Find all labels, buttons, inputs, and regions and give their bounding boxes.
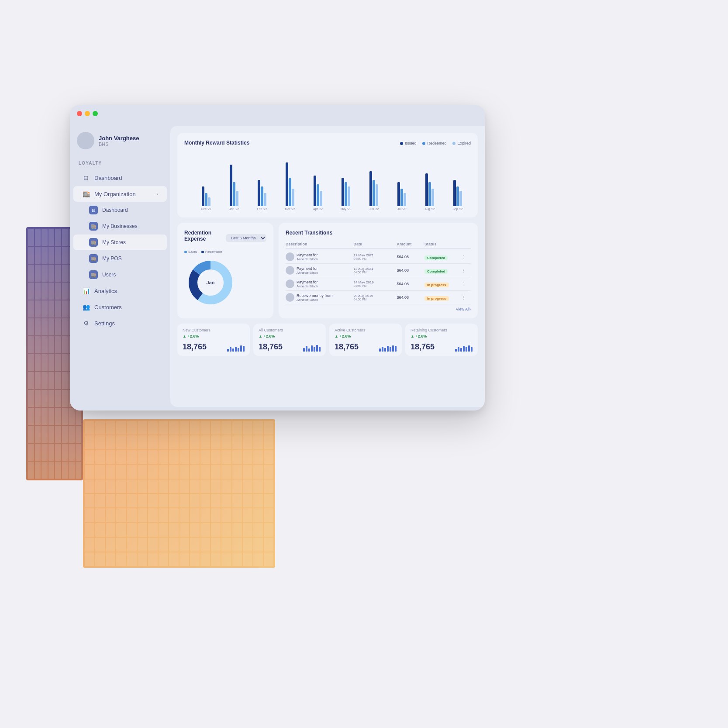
bg-grid-orange: const orangeGrid = document.querySelecto… (83, 419, 275, 568)
desc-name-1: Annette Black (297, 271, 318, 275)
sidebar-sub-item-my-businesses[interactable]: 🏬 My Businesses (73, 218, 167, 234)
bar (397, 182, 400, 206)
td-action-2[interactable]: ⋮ (462, 282, 471, 286)
bar (230, 165, 232, 206)
view-all-arrow: › (469, 307, 471, 311)
filter-select[interactable]: Last 6 Months Last 3 Months Last Year (226, 234, 266, 242)
avatar (77, 132, 94, 149)
th-status: Status (424, 242, 462, 246)
stat-label-0: New Customers (183, 328, 245, 332)
legend-redemption: Redemtion (201, 250, 222, 254)
monthly-reward-header: Monthly Reward Statistics Issued Redeeme… (184, 140, 471, 150)
mini-bar (308, 348, 310, 352)
bar-group: May '22 (333, 158, 359, 210)
td-action-3[interactable]: ⋮ (462, 295, 471, 300)
mini-bar (471, 347, 473, 352)
mini-bar (243, 346, 245, 352)
expired-dot (452, 142, 455, 145)
mini-bars-1 (303, 339, 321, 352)
td-desc-2: Payment for Annette Black (286, 279, 353, 288)
mini-bar (311, 345, 313, 352)
redemption-header: Redemtion Expense Last 6 Months Last 3 M… (184, 230, 266, 246)
user-company: BHS (99, 141, 139, 147)
bar-month-label: Apr '22 (313, 207, 323, 210)
redemption-label: Redemtion (205, 250, 222, 254)
th-description: Description (286, 242, 353, 246)
mini-bar (390, 347, 391, 352)
desc-text-0: Payment for (297, 253, 318, 257)
tx-time-1: 04:50 PM (353, 271, 397, 274)
close-button[interactable] (77, 111, 82, 116)
transactions-card: Recent Transitions Description Date Amou… (279, 223, 478, 318)
bar (205, 193, 207, 206)
bar-group: Apr '22 (305, 158, 331, 210)
sidebar-sub-item-my-pos[interactable]: 🏬 My POS (73, 251, 167, 266)
bar-month-label: Feb '22 (257, 207, 267, 210)
sidebar-customers-label: Customers (94, 304, 158, 311)
bar (286, 162, 288, 206)
mini-bar (460, 348, 462, 352)
minimize-button[interactable] (85, 111, 90, 116)
mini-bar (316, 345, 318, 352)
td-action-0[interactable]: ⋮ (462, 255, 471, 259)
view-all-row[interactable]: View All › (286, 304, 471, 311)
tx-time-3: 04:50 PM (353, 298, 397, 301)
bar-group: Aug '22 (417, 158, 443, 210)
th-action (462, 242, 471, 246)
organization-icon: 🏬 (82, 190, 90, 198)
sub-businesses-label: My Businesses (102, 223, 138, 229)
sidebar-item-dashboard[interactable]: ⊟ Dashboard (73, 170, 167, 186)
bar (400, 189, 403, 206)
sidebar-item-my-organization[interactable]: 🏬 My Organization › (73, 186, 167, 202)
customers-icon: 👥 (82, 303, 90, 311)
bar-month-label: Sep '22 (452, 207, 463, 210)
desc-text-3: Receive money from (297, 293, 333, 298)
td-status-0: Completed (424, 253, 462, 261)
stat-value-2: 18,765 (335, 342, 359, 352)
bar (404, 193, 406, 206)
tx-date-0: 17 May 2021 (353, 253, 397, 257)
desc-text-2: Payment for (297, 280, 318, 284)
mini-bar (466, 347, 467, 352)
user-info: John Varghese BHS (99, 135, 139, 147)
view-all-label: View All (456, 307, 469, 311)
sidebar-sub-item-users[interactable]: 🏬 Users (73, 267, 167, 283)
bar (258, 180, 260, 206)
bar (233, 182, 235, 206)
mini-bar (314, 347, 315, 352)
mini-bar (227, 349, 229, 352)
mini-bars-0 (227, 339, 245, 352)
sub-users-icon: 🏬 (89, 270, 98, 279)
maximize-button[interactable] (93, 111, 98, 116)
monthly-reward-title: Monthly Reward Statistics (184, 140, 249, 146)
bar-month-label: May '22 (341, 207, 351, 210)
bar (202, 186, 204, 206)
td-desc-1: Payment for Annette Black (286, 266, 353, 275)
sidebar-sub-item-my-stores[interactable]: 🏬 My Stores (73, 235, 167, 250)
td-action-1[interactable]: ⋮ (462, 268, 471, 273)
sidebar-item-analytics[interactable]: 📊 Analytics (73, 283, 167, 299)
bar (459, 191, 462, 206)
sidebar-dashboard-label: Dashboard (94, 175, 158, 181)
mini-bar (379, 348, 381, 352)
mini-bar (319, 347, 321, 352)
stat-card-3: Retaining Customers ▲ +2.6% 18,765 (405, 324, 478, 356)
tx-date-1: 13 Aug 2021 (353, 267, 397, 271)
stat-change-3: ▲ +2.6% (411, 334, 473, 338)
sidebar-item-customers[interactable]: 👥 Customers (73, 299, 167, 315)
sub-org-dashboard-icon: ⊟ (89, 206, 98, 214)
tx-time-2: 04:50 PM (353, 284, 397, 287)
sidebar-item-settings[interactable]: ⚙ Settings (73, 315, 167, 331)
mini-bar (232, 348, 234, 352)
th-date: Date (353, 242, 397, 246)
mini-bar (306, 346, 307, 352)
stat-bottom-0: 18,765 (183, 339, 245, 352)
mini-bar (230, 347, 231, 352)
stat-card-1: All Customers ▲ +2.6% 18,765 (253, 324, 326, 356)
bar (317, 184, 319, 206)
svg-text:Jan: Jan (207, 280, 215, 285)
status-badge-0: Completed (424, 255, 448, 260)
sidebar-sub-item-org-dashboard[interactable]: ⊟ Dashboard (73, 202, 167, 218)
bar-month-label: Jun '22 (369, 207, 379, 210)
bar (453, 180, 456, 206)
